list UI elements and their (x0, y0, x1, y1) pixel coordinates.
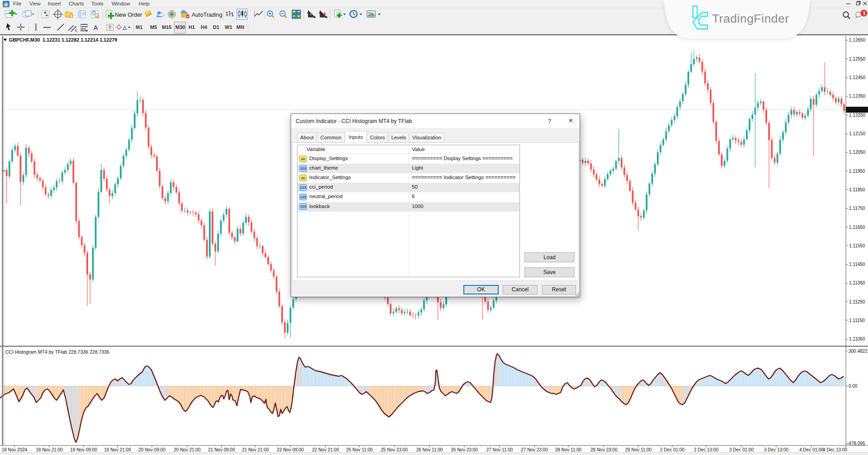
svg-text:1.11550: 1.11550 (849, 243, 865, 248)
svg-text:GBPCHF,M30 1.12231 1.12282 1.: GBPCHF,M30 1.12231 1.12282 1.12214 1.122… (9, 37, 118, 43)
svg-text:-478.095: -478.095 (847, 441, 865, 446)
svg-text:1.11750: 1.11750 (849, 206, 865, 211)
svg-text:1.12650: 1.12650 (849, 38, 866, 43)
svg-text:1.11950: 1.11950 (849, 169, 865, 174)
svg-text:20 Nov 09:00: 20 Nov 09:00 (138, 447, 165, 452)
svg-text:1.12050: 1.12050 (849, 150, 866, 155)
svg-text:29 Nov 11:00: 29 Nov 11:00 (625, 447, 652, 452)
svg-text:22 Nov 21:00: 22 Nov 21:00 (312, 447, 339, 452)
svg-text:1.11150: 1.11150 (849, 318, 865, 323)
svg-text:1.11350: 1.11350 (849, 280, 865, 285)
svg-text:E: E (75, 29, 77, 32)
svg-text:21 Nov 09:00: 21 Nov 09:00 (208, 447, 235, 452)
svg-text:1.12250: 1.12250 (849, 113, 866, 118)
svg-text:1.12350: 1.12350 (849, 94, 866, 99)
svg-text:1.11850: 1.11850 (849, 187, 865, 192)
svg-text:3 Dec 01:00: 3 Dec 01:00 (729, 447, 754, 452)
svg-text:1.12550: 1.12550 (849, 57, 866, 62)
svg-text:20 Nov 21:00: 20 Nov 21:00 (174, 447, 201, 452)
svg-text:CCI Histogram MT4 by TFlab 228: CCI Histogram MT4 by TFlab 228.7336 228.… (5, 349, 109, 355)
svg-text:A: A (94, 24, 98, 31)
svg-text:0.00: 0.00 (849, 384, 858, 389)
svg-text:300.4822: 300.4822 (849, 349, 868, 354)
svg-text:26 Nov 23:00: 26 Nov 23:00 (451, 447, 478, 452)
svg-text:2 Dec 13:00: 2 Dec 13:00 (694, 447, 718, 452)
svg-text:1.12279: 1.12279 (848, 107, 864, 112)
svg-text:1: 1 (863, 10, 866, 16)
svg-text:4 Dec 13:00: 4 Dec 13:00 (823, 447, 847, 452)
svg-text:19 Nov 21:00: 19 Nov 21:00 (104, 447, 131, 452)
svg-text:22 Nov 09:00: 22 Nov 09:00 (277, 447, 304, 452)
svg-text:18 Nov 21:00: 18 Nov 21:00 (36, 447, 63, 452)
svg-text:F: F (86, 29, 88, 33)
svg-text:4 Dec 01:00: 4 Dec 01:00 (799, 447, 824, 452)
svg-text:28 Nov 23:00: 28 Nov 23:00 (590, 447, 618, 452)
svg-text:27 Nov 23:00: 27 Nov 23:00 (521, 447, 548, 452)
svg-text:18 Nov 2024: 18 Nov 2024 (2, 447, 28, 452)
svg-text:21 Nov 21:00: 21 Nov 21:00 (242, 447, 269, 452)
svg-text:1.11250: 1.11250 (849, 299, 865, 304)
svg-text:T: T (108, 25, 112, 30)
svg-text:1.11050: 1.11050 (849, 337, 865, 341)
svg-text:1.11450: 1.11450 (849, 262, 865, 267)
svg-text:19 Nov 09:00: 19 Nov 09:00 (70, 447, 97, 452)
svg-text:26 Nov 11:00: 26 Nov 11:00 (416, 447, 443, 452)
svg-text:1.12450: 1.12450 (849, 75, 866, 80)
svg-text:1.11650: 1.11650 (849, 225, 865, 230)
svg-text:3 Dec 13:00: 3 Dec 13:00 (764, 447, 788, 452)
svg-text:25 Nov 23:00: 25 Nov 23:00 (381, 447, 408, 452)
svg-text:28 Nov 11:00: 28 Nov 11:00 (555, 447, 582, 452)
svg-text:2 Dec 01:00: 2 Dec 01:00 (660, 447, 684, 452)
svg-text:27 Nov 11:00: 27 Nov 11:00 (486, 447, 513, 452)
svg-text:1.12150: 1.12150 (849, 131, 866, 136)
svg-text:25 Nov 11:00: 25 Nov 11:00 (346, 447, 373, 452)
